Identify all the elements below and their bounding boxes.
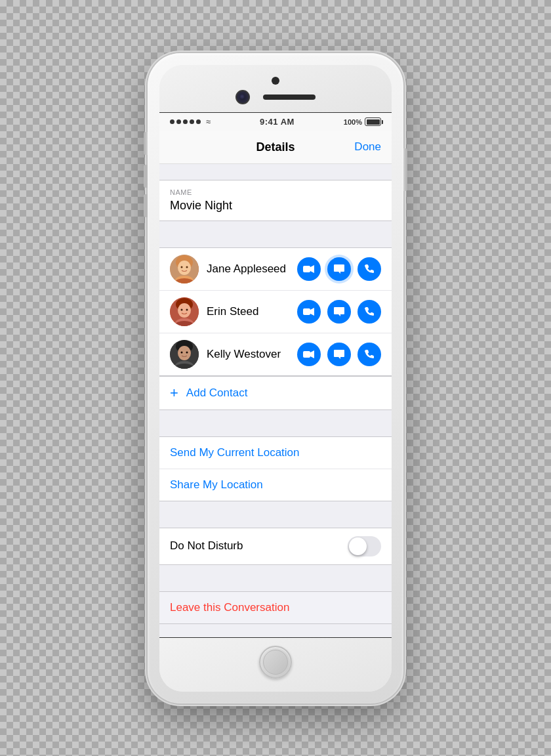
content: NAME Movie Night	[159, 164, 392, 637]
contact-actions-kelly	[297, 343, 381, 366]
group-name: Movie Night	[170, 199, 381, 213]
screen: ≈ 9:41 AM 100% Details Done	[159, 112, 392, 638]
message-button-jane[interactable]	[327, 257, 351, 281]
svg-point-4	[186, 266, 188, 268]
contact-row: Kelly Westover	[159, 333, 392, 375]
add-contact-label: Add Contact	[186, 387, 248, 400]
contact-name-jane: Jane Appleseed	[207, 262, 297, 276]
phone-button-jane[interactable]	[357, 257, 381, 281]
message-button-erin[interactable]	[327, 300, 351, 324]
svg-marker-26	[310, 350, 314, 358]
phone-button-erin[interactable]	[357, 300, 381, 324]
avatar-kelly	[170, 340, 199, 369]
signal-dot-4	[190, 119, 194, 124]
name-row: NAME Movie Night	[159, 180, 392, 221]
contact-name-erin: Erin Steed	[207, 305, 297, 318]
phone-speaker	[263, 94, 316, 100]
wifi-icon: ≈	[206, 117, 211, 127]
battery-body	[365, 117, 381, 126]
svg-point-3	[181, 266, 183, 268]
svg-point-20	[178, 346, 191, 360]
svg-point-2	[178, 261, 191, 275]
svg-point-22	[186, 351, 188, 353]
leave-text: Leave this Conversation	[170, 601, 289, 614]
avatar-jane	[170, 255, 199, 284]
video-button-erin[interactable]	[297, 300, 321, 324]
signal-dot-1	[170, 119, 174, 124]
video-button-kelly[interactable]	[297, 343, 321, 366]
contact-actions-jane	[297, 257, 381, 281]
toggle-knob	[349, 537, 367, 555]
svg-marker-8	[310, 265, 314, 273]
dnd-label: Do Not Disturb	[170, 539, 243, 553]
status-time: 9:41 AM	[260, 117, 295, 127]
location-section: Send My Current Location Share My Locati…	[159, 436, 392, 501]
phone-top	[159, 65, 392, 112]
send-location-row[interactable]: Send My Current Location	[159, 437, 392, 469]
name-label: NAME	[170, 188, 381, 196]
front-camera	[235, 90, 250, 104]
add-contact-row[interactable]: + Add Contact	[159, 376, 392, 410]
share-location-text: Share My Location	[170, 478, 263, 491]
svg-point-12	[181, 308, 183, 310]
gap-4	[159, 565, 392, 578]
add-plus-icon: +	[170, 386, 178, 400]
phone-bottom	[159, 638, 392, 692]
contact-row: Jane Appleseed	[159, 248, 392, 291]
signal-dot-3	[183, 119, 188, 124]
done-button[interactable]: Done	[348, 140, 381, 154]
name-section-header	[159, 164, 392, 180]
video-button-jane[interactable]	[297, 257, 321, 281]
status-bar: ≈ 9:41 AM 100%	[159, 113, 392, 131]
battery-percent: 100%	[344, 118, 362, 126]
avatar-erin	[170, 297, 199, 326]
gap-5	[159, 624, 392, 637]
nav-title: Details	[203, 140, 348, 154]
dnd-section: Do Not Disturb	[159, 528, 392, 565]
gap-1	[159, 221, 392, 234]
signal-dot-2	[176, 119, 181, 124]
svg-rect-7	[303, 266, 310, 272]
dnd-toggle[interactable]	[348, 536, 381, 556]
svg-rect-25	[303, 351, 310, 358]
contacts-section: Jane Appleseed	[159, 247, 392, 376]
svg-point-13	[186, 308, 188, 310]
signal-strength	[170, 119, 201, 124]
contact-actions-erin	[297, 300, 381, 324]
phone-speaker-area	[235, 90, 316, 104]
home-button[interactable]	[259, 646, 292, 679]
svg-rect-16	[303, 308, 310, 315]
share-location-row[interactable]: Share My Location	[159, 469, 392, 501]
phone-top-dot	[272, 77, 279, 85]
home-button-inner	[263, 650, 288, 675]
nav-bar: Details Done	[159, 131, 392, 164]
svg-marker-17	[310, 308, 314, 316]
gap-3	[159, 501, 392, 514]
leave-section[interactable]: Leave this Conversation	[159, 591, 392, 624]
contact-row: Erin Steed	[159, 291, 392, 333]
battery-icon	[365, 117, 381, 126]
svg-point-21	[181, 351, 183, 353]
send-location-text: Send My Current Location	[170, 446, 300, 459]
battery-fill	[367, 119, 380, 125]
signal-dot-5	[196, 119, 201, 124]
gap-2	[159, 410, 392, 423]
contact-name-kelly: Kelly Westover	[207, 348, 297, 361]
svg-point-11	[178, 303, 191, 318]
status-right: 100%	[344, 117, 381, 126]
status-left: ≈	[170, 117, 211, 127]
message-button-kelly[interactable]	[327, 343, 351, 366]
phone-button-kelly[interactable]	[357, 343, 381, 366]
